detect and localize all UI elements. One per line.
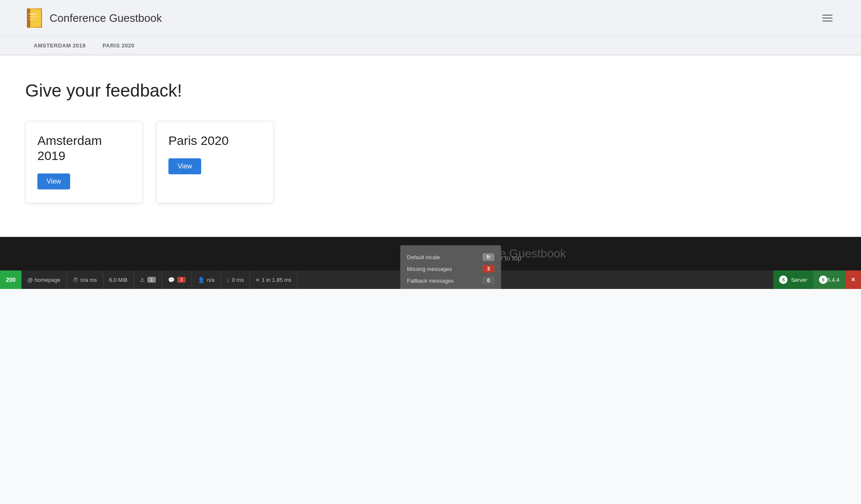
debug-row-missing: Missing messages 3 [407, 263, 494, 275]
time-value: n/a ms [81, 277, 97, 283]
trans-icon: 💬 [168, 277, 175, 283]
main-content: Give your feedback! Amsterdam 2019 View … [0, 55, 861, 237]
time-item: ⏱ n/a ms [67, 270, 103, 289]
db-time-item: ↓ 0 ms [221, 270, 250, 289]
tab-paris-2020[interactable]: PARIS 2020 [94, 37, 143, 55]
card-paris: Paris 2020 View [156, 121, 274, 203]
site-header: Conference Guestbook [0, 0, 861, 37]
svg-rect-6 [29, 19, 35, 20]
server-item: S Server [773, 270, 813, 289]
user-value: n/a [207, 277, 215, 283]
close-button[interactable]: × [845, 270, 861, 289]
user-item: 👤 n/a [192, 270, 221, 289]
app-title: Conference Guestbook [50, 12, 162, 25]
symfony-version-icon: S [819, 276, 827, 284]
debug-label-fallback: Fallback messages [407, 278, 454, 284]
book-icon [25, 8, 44, 29]
logo-area: Conference Guestbook [25, 8, 162, 29]
debug-label-locale: Default locale [407, 254, 440, 260]
debug-label-missing: Missing messages [407, 266, 452, 272]
page-heading: Give your feedback! [25, 81, 836, 101]
tab-amsterdam-2019[interactable]: AMSTERDAM 2019 [25, 37, 94, 55]
user-icon: 👤 [198, 277, 205, 283]
hamburger-line-3 [822, 21, 832, 21]
clock-icon: ⏱ [73, 277, 78, 283]
navigation-tabs: AMSTERDAM 2019 PARIS 2020 [0, 37, 861, 55]
svg-rect-5 [29, 16, 37, 17]
svg-rect-3 [27, 8, 30, 28]
db-queries-item: ≡ 1 in 1.85 ms [250, 270, 297, 289]
db-icon: ≡ [256, 277, 259, 283]
version-item: S 5.4.4 [813, 270, 845, 289]
footer-totop: k to top [499, 255, 521, 262]
db-queries-value: 1 in 1.85 ms [262, 277, 291, 283]
debug-value-missing: 3 [483, 265, 494, 273]
alert-item[interactable]: ⚠ 1 [134, 270, 162, 289]
cards-container: Amsterdam 2019 View Paris 2020 View [25, 121, 836, 203]
svg-rect-4 [29, 13, 37, 15]
alert-icon: ⚠ [140, 277, 145, 283]
trans-count: 3 [177, 277, 186, 283]
db-arrow-icon: ↓ [227, 277, 230, 283]
server-label: Server [791, 277, 807, 283]
close-icon: × [851, 276, 855, 284]
debug-popup: Default locale fr Missing messages 3 Fal… [400, 245, 501, 289]
status-code-value: 200 [6, 276, 16, 283]
card-amsterdam-title: Amsterdam 2019 [37, 133, 131, 163]
symfony-icon: S [779, 276, 788, 284]
debug-row-fallback: Fallback messages 0 [407, 275, 494, 286]
debug-value-fallback: 0 [483, 277, 494, 284]
trans-item[interactable]: 💬 3 [162, 270, 192, 289]
route-label: @ homepage [27, 277, 60, 283]
hamburger-menu[interactable] [819, 11, 836, 25]
card-amsterdam: Amsterdam 2019 View [25, 121, 143, 203]
debug-value-defined: 0 [483, 289, 494, 289]
memory-value: 6.0 MiB [109, 277, 128, 283]
alert-count: 1 [147, 277, 156, 283]
hamburger-line-1 [822, 15, 832, 16]
version-label: 5.4.4 [827, 277, 840, 283]
view-amsterdam-button[interactable]: View [37, 173, 70, 189]
debug-row-defined: Defined messages 0 [407, 286, 494, 289]
card-paris-title: Paris 2020 [168, 133, 262, 148]
db-time-value: 0 ms [232, 277, 244, 283]
status-code-badge: 200 [0, 270, 21, 289]
debug-value-locale: fr [483, 253, 494, 261]
debug-row-locale: Default locale fr [407, 251, 494, 263]
hamburger-line-2 [822, 18, 832, 18]
footer: e Guestbook k to top Default locale fr M… [0, 237, 861, 270]
memory-item: 6.0 MiB [103, 270, 134, 289]
route-item: @ homepage [21, 270, 66, 289]
view-paris-button[interactable]: View [168, 158, 201, 174]
